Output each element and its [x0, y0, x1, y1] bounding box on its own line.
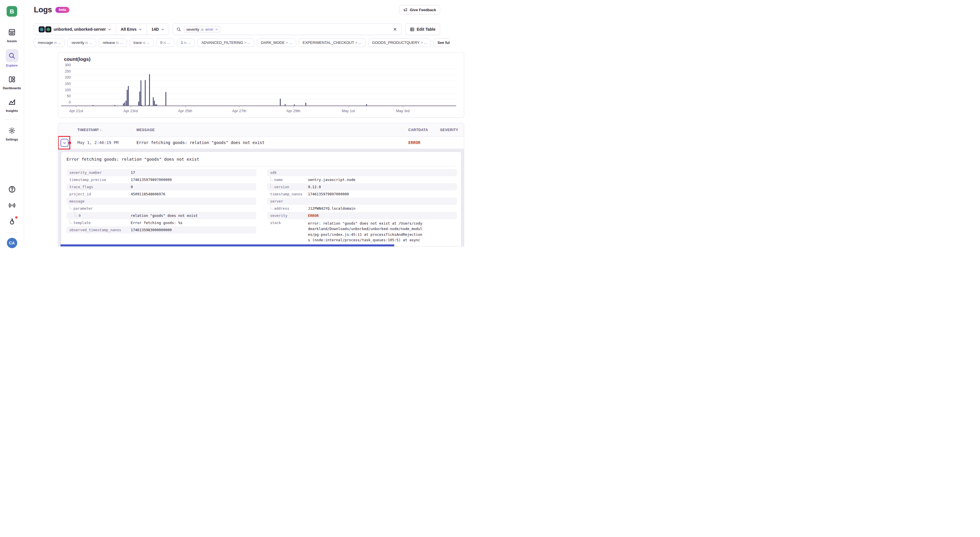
attribute-row[interactable]: timestamp_precise1746135979897000000: [67, 176, 256, 183]
token-remove-icon[interactable]: ×: [215, 27, 218, 32]
page-filters: unborked, unborked-server All Envs 14D: [34, 24, 169, 35]
chart-y-tick-label: 300: [61, 63, 71, 67]
attribute-row[interactable]: project_id4509118548606976: [67, 190, 256, 198]
help-icon[interactable]: [6, 183, 18, 195]
logs-count-chart: count(logs) 050100150200250300 Apr 21stA…: [58, 52, 450, 118]
sidebar-label: Dashboards: [3, 86, 21, 90]
table-icon: [410, 27, 415, 32]
project-selector[interactable]: unborked, unborked-server: [34, 24, 116, 35]
attribute-group-row[interactable]: message: [67, 198, 256, 205]
divider: [67, 166, 450, 166]
token-value: error: [205, 27, 213, 32]
node-platform-icon: [45, 26, 51, 32]
token-operator: is: [201, 27, 204, 32]
log-timestamp: May 1, 2:46:19 PM: [77, 140, 118, 145]
attribute-row[interactable]: observed_timestamp_nanos1746135983000000…: [67, 226, 256, 234]
attribute-row-stack[interactable]: stackerror: relation "goods" does not ex…: [267, 219, 450, 244]
sidebar-item-settings[interactable]: Settings: [6, 125, 18, 141]
page-header: Logs beta Give Feedback: [34, 5, 440, 14]
attribute-row[interactable]: namesentry.javascript.node: [267, 176, 450, 183]
gear-icon: [6, 125, 18, 136]
detail-title: Error fetching goods: relation "goods" d…: [67, 157, 199, 161]
date-range-selector[interactable]: 14D: [147, 24, 169, 35]
filter-chip-0[interactable]: 0 is ...: [156, 38, 174, 47]
sidebar-label: Explore: [6, 64, 18, 67]
chart-bar: [153, 97, 154, 106]
log-detail-panel: Error fetching goods: relation "goods" d…: [61, 151, 450, 246]
attribute-row[interactable]: severity_number17: [67, 169, 256, 176]
project-selector-label: unborked, unborked-server: [54, 27, 106, 32]
clear-search-icon[interactable]: ✕: [392, 27, 398, 32]
sidebar-item-dashboards[interactable]: Dashboards: [3, 73, 21, 90]
search-filter-token[interactable]: severity is error ×: [184, 26, 220, 33]
log-message: Error fetching goods: relation "goods" d…: [137, 140, 265, 145]
org-logo[interactable]: B: [6, 6, 17, 17]
filter-chip-1[interactable]: 1 is ...: [177, 38, 195, 47]
token-key: severity: [186, 27, 199, 32]
chart-x-tick-label: May 1st: [342, 109, 355, 113]
filter-chip-release[interactable]: release is ...: [99, 38, 127, 47]
give-feedback-label: Give Feedback: [410, 8, 436, 12]
attribute-group-row[interactable]: sdk: [267, 169, 450, 176]
attribute-row[interactable]: version9.12.0: [267, 183, 450, 190]
log-table-row[interactable]: May 1, 2:46:19 PM Error fetching goods: …: [58, 137, 450, 149]
sidebar-item-issues[interactable]: Issues: [6, 26, 18, 43]
attribute-group-row[interactable]: server: [267, 198, 450, 205]
attribute-row[interactable]: parameter: [67, 205, 256, 212]
give-feedback-button[interactable]: Give Feedback: [399, 5, 440, 14]
whats-new-flame-icon[interactable]: [6, 216, 18, 227]
filter-chip-experimental-checkout[interactable]: EXPERIMENTAL_CHECKOUT > ...: [299, 38, 366, 47]
chevron-down-icon: [108, 28, 111, 31]
chart-x-tick: [403, 106, 403, 108]
logs-table: TIMESTAMP ↓ MESSAGE CARTDATA SEVERITY Ma…: [58, 123, 450, 246]
chevron-down-icon: [161, 28, 164, 31]
filter-chip-advanced-filtering[interactable]: ADVANCED_FILTERING > ...: [197, 38, 254, 47]
environment-selector[interactable]: All Envs: [116, 24, 146, 35]
expand-row-button[interactable]: [60, 139, 68, 147]
chart-bar: [138, 102, 139, 106]
chart-plot-area[interactable]: 050100150200250300: [61, 69, 450, 106]
react-platform-icon: [39, 26, 45, 32]
filter-chip-dark-mode[interactable]: DARK_MODE > ...: [257, 38, 296, 47]
column-header-severity[interactable]: SEVERITY: [440, 128, 450, 132]
column-header-cartdata[interactable]: CARTDATA: [408, 128, 428, 132]
dashboards-icon: [5, 73, 18, 85]
platform-icons: [39, 26, 51, 32]
chart-x-tick-label: May 3rd: [396, 109, 409, 113]
chevron-down-icon: [62, 141, 67, 145]
chart-bar: [280, 99, 281, 106]
bottom-scrollbar[interactable]: [60, 244, 394, 246]
main-content: Logs beta Give Feedback: [24, 0, 450, 246]
attribute-row[interactable]: addressJ12PWN42YQ.localdomain: [267, 205, 450, 212]
chart-x-tick: [293, 106, 294, 108]
search-input[interactable]: severity is error × ✕: [173, 24, 402, 35]
notification-dot: [15, 216, 18, 218]
user-avatar[interactable]: CA: [7, 238, 17, 246]
filter-chip-goods-productquery[interactable]: GOODS_PRODUCTQUERY > ...: [368, 38, 431, 47]
broadcast-icon[interactable]: [6, 200, 18, 211]
attribute-row[interactable]: templateError fetching goods: %s: [67, 219, 256, 226]
chart-bar: [128, 86, 129, 106]
attribute-row[interactable]: 0relation "goods" does not exist: [67, 212, 256, 219]
column-header-message[interactable]: MESSAGE: [137, 128, 155, 132]
column-header-timestamp[interactable]: TIMESTAMP ↓: [77, 128, 102, 132]
see-full-list-button[interactable]: See full list: [434, 38, 450, 47]
log-severity: ERROR: [408, 140, 420, 145]
chart-gridline: [72, 75, 450, 75]
edit-table-label: Edit Table: [417, 27, 436, 32]
attribute-row[interactable]: trace_flags0: [67, 183, 256, 190]
sidebar-label: Settings: [6, 138, 18, 141]
filter-chip-message[interactable]: message is ...: [34, 38, 65, 47]
attribute-row[interactable]: severityERROR: [267, 212, 450, 219]
page-title: Logs: [34, 5, 52, 14]
attribute-row[interactable]: timestamp_nanos1746135979897000000: [267, 190, 450, 198]
filter-chip-trace[interactable]: trace is ...: [130, 38, 154, 47]
environment-selector-label: All Envs: [121, 27, 137, 32]
sidebar-item-insights[interactable]: Insights: [6, 96, 18, 112]
detail-attributes-left: severity_number17 timestamp_precise17461…: [67, 169, 256, 234]
chart-y-tick-label: 100: [61, 88, 71, 92]
edit-table-button[interactable]: Edit Table: [405, 24, 440, 35]
sidebar-item-explore[interactable]: Explore: [6, 49, 18, 67]
filter-chip-severity[interactable]: severity is ...: [67, 38, 96, 47]
chart-x-tick-label: Apr 25th: [178, 109, 192, 113]
